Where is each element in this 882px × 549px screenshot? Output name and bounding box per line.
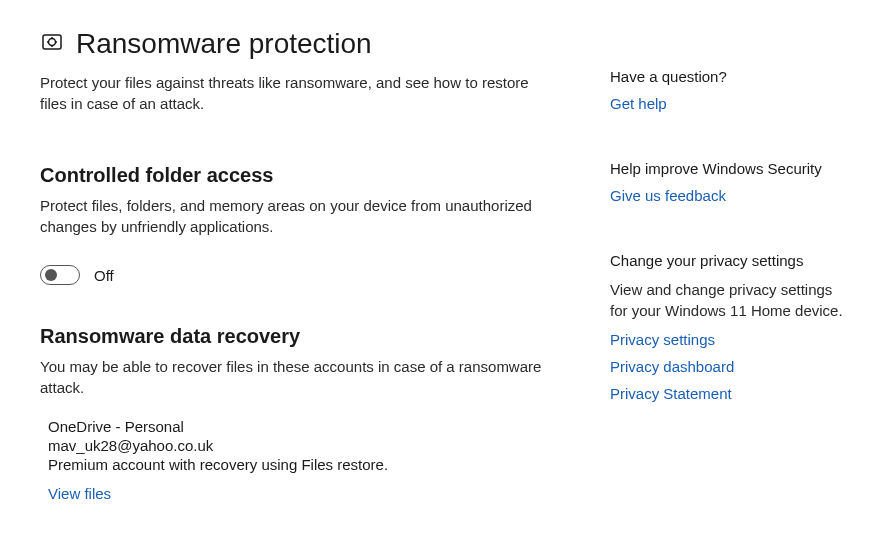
view-files-link[interactable]: View files xyxy=(48,485,550,502)
page-title: Ransomware protection xyxy=(76,28,372,60)
feedback-link[interactable]: Give us feedback xyxy=(610,187,846,204)
controlled-folder-heading: Controlled folder access xyxy=(40,164,550,187)
svg-point-1 xyxy=(49,39,56,46)
question-heading: Have a question? xyxy=(610,68,846,85)
recovery-desc: You may be able to recover files in thes… xyxy=(40,356,550,398)
account-name: OneDrive - Personal xyxy=(48,418,550,435)
privacy-dashboard-link[interactable]: Privacy dashboard xyxy=(610,358,846,375)
ransomware-icon xyxy=(40,30,64,58)
account-email: mav_uk28@yahoo.co.uk xyxy=(48,437,550,454)
controlled-folder-toggle[interactable] xyxy=(40,265,80,285)
account-note: Premium account with recovery using File… xyxy=(48,456,550,473)
recovery-heading: Ransomware data recovery xyxy=(40,325,550,348)
toggle-knob xyxy=(45,269,57,281)
improve-heading: Help improve Windows Security xyxy=(610,160,846,177)
privacy-settings-link[interactable]: Privacy settings xyxy=(610,331,846,348)
intro-text: Protect your files against threats like … xyxy=(40,72,530,114)
toggle-state-label: Off xyxy=(94,267,114,284)
get-help-link[interactable]: Get help xyxy=(610,95,846,112)
controlled-folder-desc: Protect files, folders, and memory areas… xyxy=(40,195,550,237)
privacy-desc: View and change privacy settings for you… xyxy=(610,279,846,321)
privacy-heading: Change your privacy settings xyxy=(610,252,846,269)
privacy-statement-link[interactable]: Privacy Statement xyxy=(610,385,846,402)
